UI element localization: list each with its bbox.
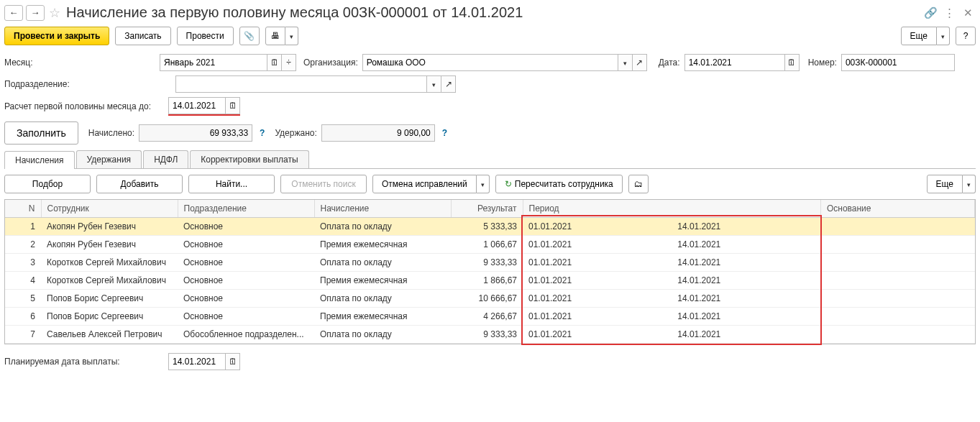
table-row[interactable]: 6Попов Борис СергеевичОсновноеПремия еже… <box>5 308 975 326</box>
dept-open-button[interactable]: ↗ <box>441 75 456 93</box>
cell-result: 9 333,33 <box>451 326 523 344</box>
cell-n: 7 <box>5 326 41 344</box>
cell-department: Основное <box>178 272 314 290</box>
cell-n: 1 <box>5 218 41 236</box>
accrued-help-icon[interactable]: ? <box>260 128 265 138</box>
date-input[interactable] <box>684 54 785 71</box>
accruals-table: N Сотрудник Подразделение Начисление Рез… <box>5 200 975 344</box>
cell-employee: Савельев Алексей Петрович <box>41 326 178 344</box>
post-and-close-button[interactable]: Провести и закрыть <box>4 27 109 45</box>
cancel-corrections-button[interactable]: Отмена исправлений <box>372 175 477 193</box>
cell-employee: Коротков Сергей Михайлович <box>41 272 178 290</box>
cell-period-to: 14.01.2021 <box>672 326 820 344</box>
card-view-button[interactable]: 🗂 <box>628 175 649 193</box>
print-button[interactable]: 🖶 <box>265 27 285 45</box>
print-dropdown-caret[interactable] <box>285 27 298 45</box>
link-icon[interactable]: 🔗 <box>922 5 938 21</box>
cell-result: 5 333,33 <box>451 218 523 236</box>
chevron-down-icon <box>623 58 627 68</box>
cell-department: Основное <box>178 254 314 272</box>
cell-employee: Попов Борис Сергеевич <box>41 308 178 326</box>
cell-calculation: Оплата по окладу <box>314 254 451 272</box>
month-stepper-button[interactable]: ÷ <box>282 54 296 71</box>
attach-button[interactable]: 📎 <box>239 27 260 45</box>
col-calculation[interactable]: Начисление <box>314 200 451 218</box>
number-input[interactable] <box>841 54 955 71</box>
cell-employee: Попов Борис Сергеевич <box>41 290 178 308</box>
save-button[interactable]: Записать <box>115 27 170 45</box>
cell-period-to: 14.01.2021 <box>672 236 820 254</box>
forward-button[interactable]: → <box>26 5 45 21</box>
col-employee[interactable]: Сотрудник <box>41 200 178 218</box>
withheld-help-icon[interactable]: ? <box>442 128 447 138</box>
close-icon[interactable]: ✕ <box>960 5 976 21</box>
col-department[interactable]: Подразделение <box>178 200 314 218</box>
open-icon: ↗ <box>636 58 643 68</box>
col-n[interactable]: N <box>5 200 41 218</box>
col-basis[interactable]: Основание <box>820 200 974 218</box>
planned-date-input[interactable] <box>168 353 226 370</box>
table-row[interactable]: 2Акопян Рубен ГезевичОсновноеПремия ежем… <box>5 236 975 254</box>
month-calendar-button[interactable]: 🗓 <box>267 54 282 71</box>
cell-period-to: 14.01.2021 <box>672 308 820 326</box>
open-icon: ↗ <box>445 79 452 89</box>
department-label: Подразделение: <box>4 79 155 89</box>
col-result[interactable]: Результат <box>451 200 523 218</box>
cancel-corrections-caret[interactable] <box>477 175 490 193</box>
dept-dropdown-button[interactable] <box>427 75 441 93</box>
help-button[interactable]: ? <box>956 27 976 45</box>
date-calendar-button[interactable]: 🗓 <box>785 54 800 71</box>
chevron-down-icon <box>941 31 945 41</box>
cell-period-from: 01.01.2021 <box>523 254 672 272</box>
cell-n: 3 <box>5 254 41 272</box>
post-button[interactable]: Провести <box>177 27 234 45</box>
table-row[interactable]: 3Коротков Сергей МихайловичОсновноеОплат… <box>5 254 975 272</box>
add-button[interactable]: Добавить <box>96 175 183 193</box>
org-dropdown-button[interactable] <box>618 54 633 71</box>
pick-button[interactable]: Подбор <box>4 175 91 193</box>
table-row[interactable]: 4Коротков Сергей МихайловичОсновноеПреми… <box>5 272 975 290</box>
calc-until-calendar-button[interactable]: 🗓 <box>226 97 240 114</box>
card-icon: 🗂 <box>634 179 643 189</box>
table-more-button[interactable]: Еще <box>927 175 963 193</box>
more-button[interactable]: Еще <box>901 27 937 45</box>
cell-basis <box>820 290 974 308</box>
chevron-down-icon <box>290 31 293 41</box>
cancel-search-button[interactable]: Отменить поиск <box>280 175 367 193</box>
fill-button[interactable]: Заполнить <box>4 121 78 145</box>
table-row[interactable]: 5Попов Борис СергеевичОсновноеОплата по … <box>5 290 975 308</box>
cell-employee: Коротков Сергей Михайлович <box>41 254 178 272</box>
cell-period-from: 01.01.2021 <box>523 236 672 254</box>
col-period[interactable]: Период <box>523 200 820 218</box>
department-input[interactable] <box>175 75 427 93</box>
planned-date-calendar-button[interactable]: 🗓 <box>226 353 240 370</box>
tab-corrections[interactable]: Корректировки выплаты <box>190 150 308 168</box>
tab-accruals[interactable]: Начисления <box>4 151 75 169</box>
more-dropdown-caret[interactable] <box>937 27 950 45</box>
find-button[interactable]: Найти... <box>188 175 275 193</box>
date-label: Дата: <box>659 58 680 68</box>
table-row[interactable]: 1Акопян Рубен ГезевичОсновноеОплата по о… <box>5 218 975 236</box>
recalc-employee-button[interactable]: ↻Пересчитать сотрудника <box>495 175 623 193</box>
tab-ndfl[interactable]: НДФЛ <box>143 150 188 168</box>
table-row[interactable]: 7Савельев Алексей ПетровичОбособленное п… <box>5 326 975 344</box>
cell-period-to: 14.01.2021 <box>672 254 820 272</box>
cell-calculation: Оплата по окладу <box>314 290 451 308</box>
calendar-icon: 🗓 <box>229 357 237 367</box>
back-button[interactable]: ← <box>4 5 23 21</box>
number-label: Номер: <box>808 58 837 68</box>
org-open-button[interactable]: ↗ <box>633 54 647 71</box>
tab-withholdings[interactable]: Удержания <box>76 150 142 168</box>
cell-period-from: 01.01.2021 <box>523 308 672 326</box>
org-input[interactable] <box>362 54 618 71</box>
kebab-menu-icon[interactable]: ⋮ <box>941 5 957 21</box>
cell-n: 4 <box>5 272 41 290</box>
cell-department: Основное <box>178 236 314 254</box>
month-label: Месяц: <box>4 58 155 68</box>
favorite-star-icon[interactable]: ☆ <box>47 6 62 20</box>
month-input[interactable] <box>160 54 267 71</box>
cell-department: Основное <box>178 290 314 308</box>
table-more-caret[interactable] <box>963 175 976 193</box>
calc-until-input[interactable] <box>168 97 226 114</box>
calendar-icon: 🗓 <box>787 58 796 68</box>
